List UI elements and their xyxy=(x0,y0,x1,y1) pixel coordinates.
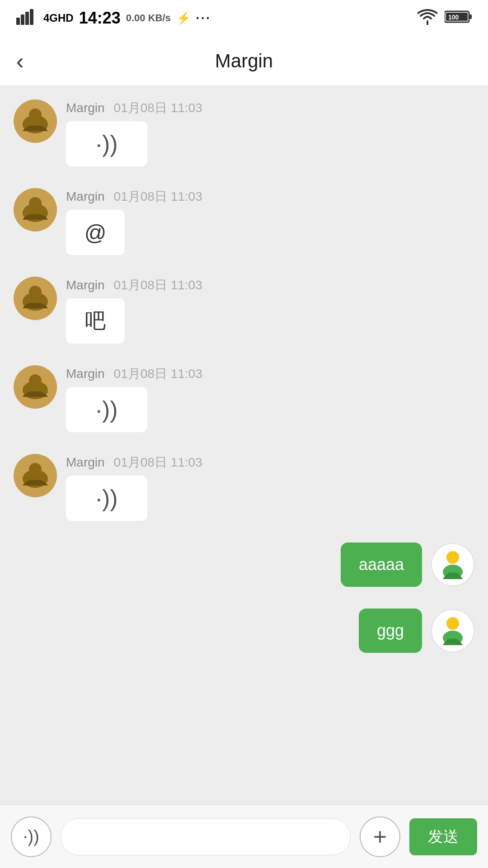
svg-point-27 xyxy=(446,617,459,630)
voice-bubble[interactable]: ·)) xyxy=(66,121,147,166)
voice-bubble[interactable]: ·)) xyxy=(66,387,147,432)
send-button[interactable]: 发送 xyxy=(409,818,477,855)
right-avatar xyxy=(431,543,474,586)
message-meta: Margin 01月08日 11:03 xyxy=(66,454,202,471)
svg-text:100: 100 xyxy=(448,14,459,21)
svg-rect-5 xyxy=(469,14,472,19)
avatar xyxy=(14,277,57,320)
status-right: 100 xyxy=(418,9,472,28)
avatar xyxy=(14,188,57,231)
dots-icon: ··· xyxy=(196,11,211,25)
message-meta: Margin 01月08日 11:03 xyxy=(66,277,202,294)
svg-rect-3 xyxy=(30,9,33,25)
avatar xyxy=(14,454,57,497)
outgoing-text: ggg xyxy=(377,621,404,640)
svg-point-22 xyxy=(29,463,42,476)
message-row: Margin 01月08日 11:03 吧 xyxy=(14,277,474,344)
voice-input-icon: ·)) xyxy=(23,827,39,846)
usb-icon: ⚡ xyxy=(176,11,191,25)
data-speed: 0.00 KB/s xyxy=(126,12,171,24)
svg-point-13 xyxy=(29,197,42,210)
sender-name: Margin xyxy=(66,278,105,292)
voice-button[interactable]: ·)) xyxy=(11,816,52,857)
message-row: Margin 01月08日 11:03 ·)) xyxy=(14,365,474,432)
svg-point-10 xyxy=(29,108,42,121)
plus-button[interactable]: + xyxy=(360,816,400,857)
avatar xyxy=(14,365,57,409)
message-meta: Margin 01月08日 11:03 xyxy=(66,99,202,117)
plus-icon: + xyxy=(373,825,387,849)
message-time: 01月08日 11:03 xyxy=(114,277,202,294)
right-message-row: aaaaa xyxy=(14,542,474,587)
message-meta: Margin 01月08日 11:03 xyxy=(66,365,202,382)
message-meta: Margin 01月08日 11:03 xyxy=(66,188,202,205)
at-icon: @ xyxy=(84,220,107,245)
sender-name: Margin xyxy=(66,189,105,204)
outgoing-bubble[interactable]: aaaaa xyxy=(341,542,422,587)
wifi-icon xyxy=(418,9,437,28)
right-message-row: ggg xyxy=(14,609,474,653)
avatar xyxy=(14,99,57,143)
svg-point-24 xyxy=(446,551,459,564)
sender-name: Margin xyxy=(66,455,105,470)
voice-icon: ·)) xyxy=(95,485,117,512)
outgoing-text: aaaaa xyxy=(359,555,404,574)
voice-bubble[interactable]: ·)) xyxy=(66,476,147,521)
sender-name: Margin xyxy=(66,101,105,115)
status-bar: 4GHD 14:23 0.00 KB/s ⚡ ··· 100 xyxy=(0,0,488,36)
message-time: 01月08日 11:03 xyxy=(114,454,202,471)
message-time: 01月08日 11:03 xyxy=(114,365,202,382)
message-time: 01月08日 11:03 xyxy=(114,99,202,117)
at-bubble[interactable]: @ xyxy=(66,210,125,255)
svg-rect-1 xyxy=(21,14,24,25)
message-row: Margin 01月08日 11:03 ·)) xyxy=(14,454,474,521)
network-type: 4GHD xyxy=(43,12,74,24)
sender-name: Margin xyxy=(66,367,105,381)
page-title: Margin xyxy=(215,50,273,72)
message-content: Margin 01月08日 11:03 ·)) xyxy=(66,99,202,166)
text-bubble[interactable]: 吧 xyxy=(66,298,125,344)
top-nav: ‹ Margin xyxy=(0,36,488,86)
chat-area: Margin 01月08日 11:03 ·)) Margin 01月08日 11… xyxy=(0,86,488,805)
svg-rect-2 xyxy=(25,12,29,25)
signal-icon xyxy=(16,9,38,28)
voice-icon: ·)) xyxy=(95,396,117,423)
message-content: Margin 01月08日 11:03 吧 xyxy=(66,277,202,344)
status-left: 4GHD 14:23 0.00 KB/s ⚡ ··· xyxy=(16,9,211,28)
input-bar: ·)) + 发送 xyxy=(0,805,488,868)
message-row: Margin 01月08日 11:03 ·)) xyxy=(14,99,474,166)
voice-icon: ·)) xyxy=(95,130,117,157)
svg-rect-0 xyxy=(16,18,20,25)
message-content: Margin 01月08日 11:03 ·)) xyxy=(66,454,202,521)
svg-point-16 xyxy=(29,286,42,298)
message-content: Margin 01月08日 11:03 ·)) xyxy=(66,365,202,432)
message-input[interactable] xyxy=(61,818,351,855)
message-content: Margin 01月08日 11:03 @ xyxy=(66,188,202,255)
outgoing-bubble[interactable]: ggg xyxy=(359,609,422,653)
svg-point-19 xyxy=(29,374,42,387)
message-row: Margin 01月08日 11:03 @ xyxy=(14,188,474,255)
chinese-char: 吧 xyxy=(85,307,106,335)
right-avatar xyxy=(431,609,474,652)
back-button[interactable]: ‹ xyxy=(16,48,24,74)
status-time: 14:23 xyxy=(79,9,121,28)
message-time: 01月08日 11:03 xyxy=(114,188,202,205)
battery-icon: 100 xyxy=(445,9,472,27)
